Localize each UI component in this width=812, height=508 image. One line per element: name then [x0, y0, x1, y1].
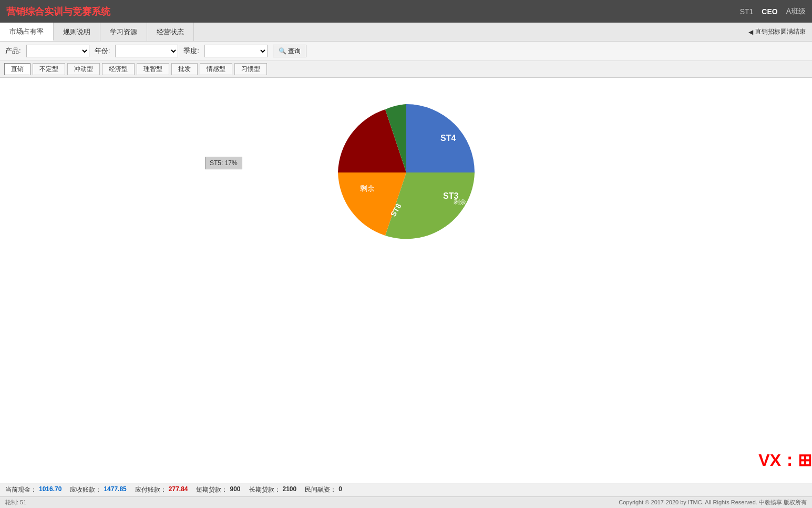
status-short-loan: 短期贷款： 900: [196, 485, 240, 494]
sub-tab-undefined[interactable]: 不定型: [33, 63, 65, 75]
tab-rules[interactable]: 规则说明: [54, 23, 100, 41]
cash-label: 当前现金：: [5, 485, 37, 494]
sub-tab-direct[interactable]: 直销: [4, 63, 30, 75]
receivable-value: 1477.85: [104, 485, 126, 494]
role-st1: ST1: [740, 7, 754, 16]
receivable-label: 应收账款：: [70, 485, 101, 494]
payable-value: 277.84: [169, 485, 188, 494]
folk-finance-label: 民间融资：: [305, 485, 336, 494]
sub-tab-impulse[interactable]: 冲动型: [67, 63, 100, 75]
filter-bar: 产品: 年份: 季度: 🔍 查询: [0, 42, 812, 61]
status-cash: 当前现金： 1016.70: [5, 485, 61, 494]
main-tab-bar: 市场占有率 规则说明 学习资源 经营状态 ◀ 直销招标圆满结束: [0, 23, 812, 42]
pie-chart: ST4 ST3 ST8 剩余 剩余: [327, 94, 485, 251]
sub-tab-habit[interactable]: 习惯型: [234, 63, 267, 75]
sub-tab-wholesale[interactable]: 批发: [171, 63, 198, 75]
sub-tab-bar: 直销 不定型 冲动型 经济型 理智型 批发 情感型 习惯型: [0, 61, 812, 78]
main-tabs: 市场占有率 规则说明 学习资源 经营状态: [0, 23, 194, 41]
chart-container: ST4 ST3 ST8 剩余 剩余: [327, 94, 485, 251]
tab-bar-right[interactable]: ◀ 直销招标圆满结束: [748, 27, 812, 36]
year-label: 年份:: [95, 46, 110, 56]
app-title: 营销综合实训与竞赛系统: [6, 5, 110, 18]
tooltip-text: ST5: 17%: [210, 159, 238, 167]
product-label: 产品:: [5, 46, 21, 56]
payable-label: 应付账款：: [135, 485, 167, 494]
sub-tab-emotional[interactable]: 情感型: [200, 63, 232, 75]
year-select[interactable]: [115, 45, 178, 57]
label-remaining: 剩余: [360, 184, 375, 192]
season-label: 季度:: [183, 46, 199, 56]
product-select[interactable]: [26, 45, 89, 57]
status-bar: 当前现金： 1016.70 应收账款： 1477.85 应付账款： 277.84…: [0, 483, 812, 496]
copyright-bar: 轮制: 51 Copyright © 2017-2020 by ITMC. Al…: [0, 496, 812, 508]
header-right: ST1 CEO A班级: [740, 7, 806, 16]
long-loan-label: 长期贷款：: [249, 485, 281, 494]
role-class: A班级: [786, 7, 806, 16]
status-payable: 应付账款： 277.84: [135, 485, 188, 494]
query-button[interactable]: 🔍 查询: [273, 45, 306, 57]
label-remaining2: 剩余: [454, 198, 466, 206]
short-loan-value: 900: [230, 485, 240, 494]
right-link-label[interactable]: 直销招标圆满结束: [755, 27, 806, 36]
short-loan-label: 短期贷款：: [196, 485, 228, 494]
round-label: 轮制: 51: [5, 499, 26, 506]
copyright-text: Copyright © 2017-2020 by ITMC. All Right…: [619, 499, 807, 506]
folk-finance-value: 0: [338, 485, 342, 494]
sub-tab-rational[interactable]: 理智型: [137, 63, 169, 75]
query-icon: 🔍: [279, 47, 286, 55]
sub-tab-economy[interactable]: 经济型: [102, 63, 135, 75]
tab-learning[interactable]: 学习资源: [100, 23, 147, 41]
chart-tooltip: ST5: 17%: [205, 157, 242, 169]
status-folk-finance: 民间融资： 0: [305, 485, 342, 494]
cash-value: 1016.70: [39, 485, 61, 494]
header: 营销综合实训与竞赛系统 ST1 CEO A班级: [0, 0, 812, 23]
status-receivable: 应收账款： 1477.85: [70, 485, 126, 494]
query-label: 查询: [288, 47, 301, 56]
long-loan-value: 2100: [283, 485, 297, 494]
season-select[interactable]: [204, 45, 268, 57]
tab-operations[interactable]: 经营状态: [147, 23, 194, 41]
label-st4: ST4: [440, 134, 456, 143]
main-content: ST4 ST3 ST8 剩余 剩余 ST5: 17% VX：⊞: [0, 78, 812, 483]
arrow-icon: ◀: [748, 28, 753, 36]
status-long-loan: 长期贷款： 2100: [249, 485, 297, 494]
role-ceo: CEO: [762, 7, 777, 16]
tab-market-share[interactable]: 市场占有率: [0, 23, 54, 41]
watermark: VX：⊞: [758, 449, 812, 472]
